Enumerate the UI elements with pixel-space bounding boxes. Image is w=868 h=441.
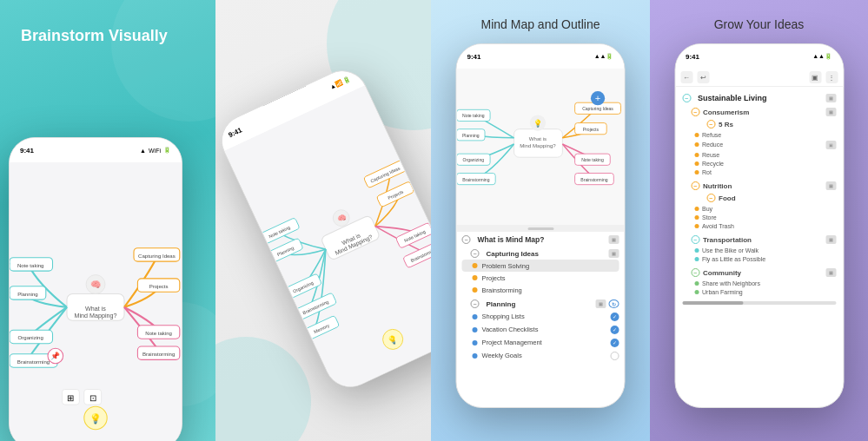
- dot-blue-4: [473, 353, 478, 359]
- item-fly: Fly as Little as Possible: [682, 254, 836, 263]
- label-avoid: Avoid Trash: [702, 223, 734, 229]
- consumerism-expand: −: [691, 108, 699, 116]
- dot-recycle: [694, 161, 699, 166]
- item-reduce: Reduce ▣: [682, 139, 836, 150]
- label-store: Store: [702, 214, 717, 220]
- item-reuse: Reuse: [682, 150, 836, 159]
- svg-text:Organizing: Organizing: [18, 335, 43, 340]
- svg-text:Note taking: Note taking: [17, 263, 44, 268]
- label-reduce: Reduce: [702, 142, 723, 148]
- svg-text:Note taking: Note taking: [462, 113, 485, 118]
- food-label: Food: [719, 194, 736, 202]
- time: 9:41: [20, 147, 34, 155]
- more-btn[interactable]: ⋮: [825, 71, 838, 83]
- svg-text:Planning: Planning: [462, 133, 480, 138]
- panel-mindmap-outline: Mind Map and Outline 9:41 ▲▲🔋 What is Mi…: [431, 0, 650, 441]
- img-icon-capturing: ▣: [609, 249, 620, 258]
- undo-btn[interactable]: ↩: [697, 71, 709, 83]
- label-share: Share with Neighbors: [702, 280, 760, 286]
- item-buy: Buy: [682, 204, 836, 213]
- item-label-2: Projects: [482, 274, 506, 282]
- outline-list: − What is Mind Map? ▣ − Capturing Ideas …: [457, 232, 625, 362]
- dot-refuse: [694, 133, 699, 137]
- svg-text:📌: 📌: [50, 351, 60, 361]
- panel-tilted: 9:41 ▲📶🔋 What is Mind Mapping? Note taki…: [215, 0, 431, 441]
- item-project-mgmt: Project Management: [462, 336, 620, 349]
- root-title: What is Mind Map?: [478, 235, 545, 244]
- transport-title: − Transportation ▣: [682, 234, 836, 246]
- empty-check-1: [611, 352, 620, 360]
- item-recycle: Recycle: [682, 159, 836, 168]
- img-btn[interactable]: ▣: [809, 71, 821, 83]
- scroll-bar: [682, 301, 836, 305]
- nutrition-title: − Nutrition ▣: [682, 180, 836, 192]
- transport-expand: −: [691, 235, 699, 244]
- phone-panel1: 9:41 ▲WiFi🔋 What is Mind Mapping? 🧠: [9, 137, 182, 441]
- label-buy: Buy: [702, 206, 712, 212]
- item-label-1: Problem Solving: [482, 262, 530, 270]
- expand-planning: −: [471, 299, 480, 308]
- mindmap-mini: What is Mind Mapping? 💡 Capturing Ideas …: [457, 69, 625, 225]
- svg-text:Note taking: Note taking: [581, 157, 604, 162]
- svg-text:Brainstorming: Brainstorming: [580, 177, 607, 182]
- 5rs-label: 5 Rs: [719, 121, 733, 128]
- status-icons2: ▲📶🔋: [329, 76, 352, 91]
- dot-orange-2: [473, 275, 478, 280]
- community-title: − Community ▣: [682, 267, 836, 279]
- item-label-vacation: Vacation Checklists: [482, 326, 539, 333]
- consumerism-section: − Consumerism ▣ − 5 Rs Refuse Reduce: [682, 106, 836, 176]
- label-refuse: Refuse: [702, 132, 721, 138]
- dot-blue-2: [473, 327, 478, 332]
- item-label-3: Brainstorming: [482, 286, 522, 294]
- svg-text:Brainstorming: Brainstorming: [462, 177, 489, 182]
- p4-toolbar: ← ↩ ▣ ⋮: [675, 69, 843, 87]
- back-btn[interactable]: ←: [680, 71, 692, 83]
- 5rs-title: − 5 Rs: [682, 118, 836, 130]
- status-bar4: 9:41 ▲▲🔋: [675, 44, 843, 69]
- label-recycle: Recycle: [702, 161, 724, 167]
- svg-text:Note taking: Note taking: [145, 331, 172, 336]
- root-img: ▣: [825, 94, 836, 102]
- svg-text:Projects: Projects: [583, 127, 600, 132]
- planning-label: Planning: [487, 300, 516, 308]
- capturing-label: Capturing Ideas: [487, 250, 539, 258]
- svg-text:Capturing Ideas: Capturing Ideas: [138, 253, 176, 259]
- status-icons3: ▲▲🔋: [594, 53, 614, 60]
- status-icons: ▲WiFi🔋: [140, 147, 171, 154]
- dot-fly: [694, 257, 699, 261]
- community-section: − Community ▣ Share with Neighbors Urban…: [682, 267, 836, 296]
- food-title: − Food: [682, 192, 836, 204]
- item-label-shopping: Shopping Lists: [482, 313, 525, 320]
- label-fly: Fly as Little as Possible: [702, 256, 765, 262]
- svg-text:⊡: ⊡: [89, 393, 96, 403]
- panel-brainstorm: Brainstorm Visually 9:41 ▲WiFi🔋 What is …: [0, 0, 215, 441]
- reduce-img: ▣: [825, 141, 836, 149]
- item-share: Share with Neighbors: [682, 279, 836, 287]
- item-refuse: Refuse: [682, 130, 836, 139]
- label-bike: Use the Bike or Walk: [702, 247, 759, 253]
- mindmap-screen-1: What is Mind Mapping? 🧠 Note taking Plan…: [10, 162, 182, 441]
- dot-blue-3: [473, 340, 478, 346]
- time3: 9:41: [467, 53, 481, 61]
- nutrition-label: Nutrition: [703, 182, 732, 190]
- panel-grow: Grow Your Ideas 9:41 ▲▲🔋 ← ↩ ▣ ⋮: [650, 0, 868, 441]
- panel1-title: Brainstorm Visually: [21, 26, 168, 46]
- divider-handle: [457, 225, 625, 232]
- check-2: [611, 326, 620, 334]
- svg-text:💡: 💡: [89, 412, 102, 425]
- dot-buy: [694, 207, 699, 211]
- food-expand: −: [706, 194, 715, 202]
- status-bar: 9:41 ▲WiFi🔋: [10, 138, 182, 162]
- label-reuse: Reuse: [702, 152, 719, 158]
- community-label: Community: [703, 269, 741, 277]
- consumerism-img: ▣: [825, 108, 836, 116]
- scroll-thumb: [682, 301, 744, 305]
- svg-text:+: +: [595, 93, 601, 103]
- status-bar3: 9:41 ▲▲🔋: [457, 44, 625, 69]
- community-expand: −: [691, 268, 699, 277]
- phone-panel4: 9:41 ▲▲🔋 ← ↩ ▣ ⋮ − Sustainable Living: [674, 43, 844, 408]
- item-shopping: Shopping Lists: [462, 310, 620, 323]
- status-icons4: ▲▲🔋: [812, 53, 832, 60]
- time4: 9:41: [686, 53, 699, 61]
- root-label: Sustainable Living: [698, 94, 767, 102]
